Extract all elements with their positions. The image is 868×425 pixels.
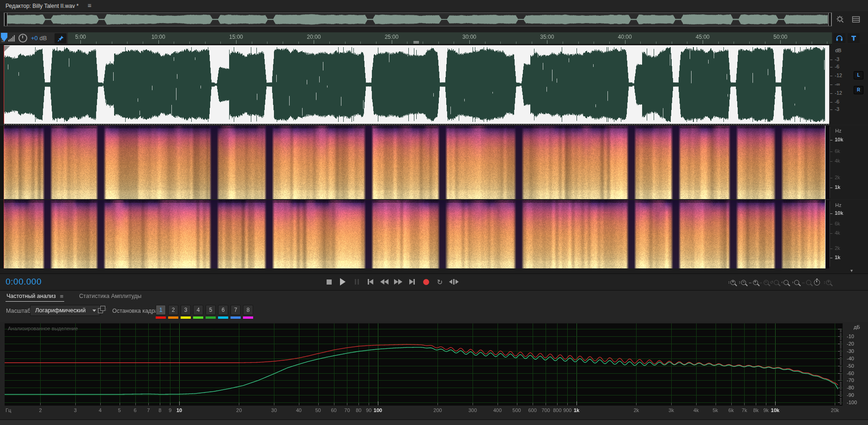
db-tick-label: -12 (835, 90, 842, 96)
ruler-time-label: 50:00 (773, 34, 787, 40)
waveform-canvas[interactable] (4, 45, 829, 124)
skip-to-end-icon (409, 279, 413, 285)
fast-forward-button[interactable] (393, 277, 404, 286)
ruler-tick (392, 40, 392, 44)
play-button[interactable] (337, 277, 348, 286)
time-display[interactable]: 0:00.000 (6, 277, 42, 287)
hold-slot-3: 3 (181, 305, 191, 319)
hold-button-7[interactable]: 7 (231, 305, 241, 315)
reset-zoom-modifier-icon: ↺ (770, 280, 773, 285)
zoom-in-horizontal-button[interactable]: ↔+ (748, 278, 758, 286)
skip-to-start-button[interactable] (365, 277, 376, 286)
x-tick-label: 100 (374, 407, 382, 413)
x-tick-label: 900 (563, 407, 571, 413)
zoom-out-horizontal-button: ↔− (759, 278, 768, 286)
hold-button-8[interactable]: 8 (243, 305, 253, 315)
chart-plot[interactable] (5, 323, 843, 406)
channel-r-button[interactable]: R (854, 86, 863, 94)
scale-label: Масштаб: (6, 308, 32, 314)
zoom-out-vertical-button[interactable]: ↕− (738, 278, 747, 286)
ruler-tick (625, 40, 625, 44)
hold-color-bar (243, 316, 253, 319)
stop-button[interactable] (323, 277, 334, 286)
hold-color-bar (156, 316, 166, 319)
navigator-right-handle[interactable] (828, 13, 832, 26)
zoom-in-point-button[interactable]: ‹ (780, 278, 789, 286)
gain-indicator[interactable]: +0 dB (31, 35, 47, 42)
selection-handle-left[interactable] (4, 46, 10, 52)
skip-to-end-button[interactable] (407, 277, 418, 286)
hz-tick-label: 10k (835, 210, 843, 216)
ruler-tick (687, 42, 687, 44)
ruler-tick (423, 42, 423, 44)
hold-button-1[interactable]: 1 (156, 305, 166, 315)
spectral-settings-icon[interactable] (835, 14, 845, 24)
ruler-tick (407, 42, 407, 44)
wave-spectral-splitter[interactable] (4, 124, 829, 125)
rewind-button[interactable] (379, 277, 390, 286)
copy-graph-icon[interactable]: : (98, 306, 106, 314)
zoom-out-horizontal-modifier-icon: ↔ (759, 280, 763, 285)
db-tick-label: -∞ (835, 81, 840, 87)
levels-icon[interactable] (8, 35, 15, 42)
hold-button-5[interactable]: 5 (206, 305, 216, 315)
selection-handle-right[interactable] (817, 46, 822, 51)
overview-waveform[interactable] (4, 12, 832, 26)
skip-selection-button[interactable] (448, 277, 459, 286)
hz-tick-label: 10k (835, 137, 843, 142)
ruler-tick (749, 42, 750, 44)
hold-slot-6: 6 (218, 305, 228, 319)
display-options-icon[interactable] (851, 14, 861, 24)
hold-button-4[interactable]: 4 (193, 305, 203, 315)
zoom-in-horizontal-modifier-icon: ↔ (748, 280, 753, 285)
zoom-out-point-button[interactable]: › (791, 278, 800, 286)
gain-value: +0 (31, 35, 38, 42)
pin-button[interactable] (55, 33, 67, 43)
hold-button-3[interactable]: 3 (181, 305, 191, 315)
record-button[interactable] (420, 277, 431, 286)
tab-menu-icon[interactable]: ≡ (60, 293, 64, 300)
x-tick-label: 700 (541, 407, 550, 413)
spectrogram-canvas-right[interactable] (4, 200, 829, 268)
ruler-tick (703, 40, 703, 44)
panel-menu-icon[interactable]: ≡ (88, 0, 91, 11)
collapse-arrow-icon[interactable]: ▾ (850, 268, 853, 273)
hold-button-6[interactable]: 6 (218, 305, 228, 315)
hold-slot-7: 7 (231, 305, 241, 319)
spectrogram-canvas-left[interactable] (4, 126, 829, 199)
ruler-time-label: 15:00 (229, 34, 243, 40)
x-tick-label: 8k (753, 407, 759, 413)
pause-icon (358, 279, 359, 285)
channel-l-button[interactable]: L (854, 71, 863, 79)
hold-color-bar (231, 316, 241, 319)
zoom-to-selection-modifier-icon: ↔ (801, 280, 806, 285)
zoom-in-vertical-button[interactable]: ↕+ (727, 278, 736, 286)
loop-playback-button[interactable]: ↻ (434, 277, 445, 286)
tab-frequency-analysis[interactable]: Частотный анализ≡ (6, 291, 64, 302)
scale-select[interactable]: Логарифмический (30, 305, 100, 316)
hz-tick (830, 178, 832, 178)
magnifier-icon (783, 280, 789, 285)
analysis-controls: Масштаб: Логарифмический : Остановка кад… (0, 302, 868, 322)
ruler-tick (780, 40, 781, 44)
timeline-ruler[interactable]: 5:0010:0015:0020:0025:0030:0035:0040:004… (68, 32, 832, 44)
x-tick-label: 70 (344, 407, 350, 413)
y-axis-unit: дБ (854, 324, 860, 330)
ruler-tick (205, 42, 206, 44)
tab-amplitude-statistics[interactable]: Статистика Амплитуды (78, 291, 142, 302)
headphones-button[interactable] (833, 33, 845, 43)
marker-tool-button[interactable] (848, 33, 860, 43)
pause-button (351, 277, 362, 286)
frame-hold-label: Остановка кадра: (112, 308, 160, 314)
hz-tick (830, 249, 832, 249)
hz-tick (830, 152, 832, 152)
ruler-grip[interactable] (413, 41, 419, 43)
timer-button[interactable] (812, 278, 821, 286)
zoom-full-button: ↨+ (823, 278, 832, 286)
playhead-line[interactable] (4, 45, 4, 124)
hold-button-2[interactable]: 2 (168, 305, 178, 315)
time-mode-icon[interactable] (18, 34, 27, 42)
stop-icon (327, 279, 332, 285)
overview-waveform-canvas[interactable] (4, 13, 832, 26)
navigator-left-handle[interactable] (4, 13, 7, 26)
